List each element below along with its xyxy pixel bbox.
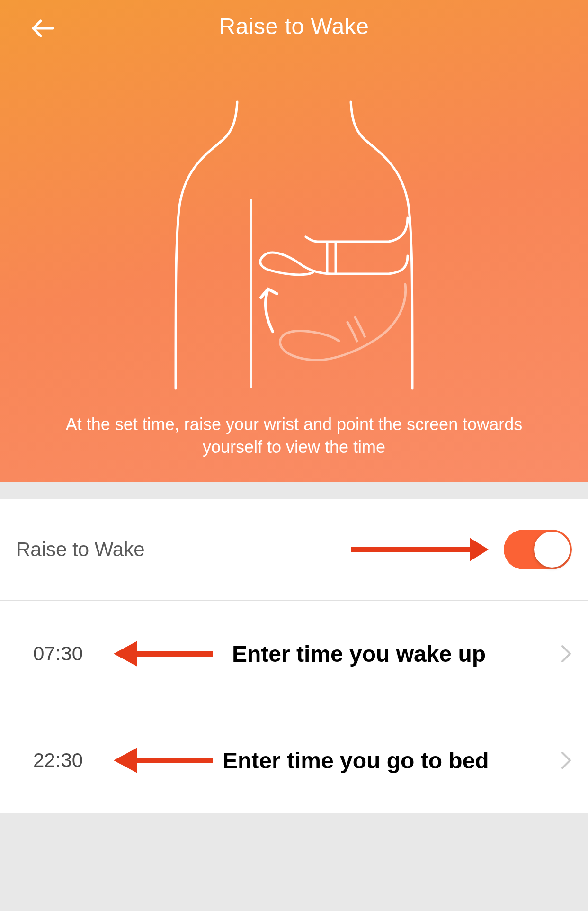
annotation-arrow-left-icon: [114, 637, 213, 670]
page-title: Raise to Wake: [0, 13, 588, 39]
header: Raise to Wake: [0, 0, 588, 52]
bed-time-label: Enter time you go to bed: [223, 748, 548, 774]
chevron-right-icon: [561, 644, 572, 663]
svg-marker-2: [470, 538, 489, 561]
illustration: [0, 85, 588, 393]
svg-marker-4: [114, 641, 137, 667]
annotation-arrow-right-icon: [351, 533, 489, 566]
wake-time-value: 07:30: [33, 642, 99, 665]
hero-description: At the set time, raise your wrist and po…: [0, 413, 588, 459]
section-gap: [0, 482, 588, 499]
raise-to-wake-toggle[interactable]: [504, 530, 572, 569]
wake-time-row[interactable]: 07:30 Enter time you wake up: [0, 601, 588, 707]
bed-time-value: 22:30: [33, 749, 99, 772]
settings-card: Raise to Wake: [0, 499, 588, 600]
raise-wrist-illustration-icon: [161, 85, 427, 393]
hero-banner: Raise to Wake At the set time, raise you…: [0, 0, 588, 482]
arrow-left-icon: [31, 19, 54, 38]
back-button[interactable]: [28, 14, 57, 43]
raise-to-wake-row: Raise to Wake: [0, 499, 588, 600]
wake-time-label: Enter time you wake up: [232, 641, 548, 667]
raise-to-wake-label: Raise to Wake: [16, 538, 145, 561]
svg-marker-6: [114, 748, 137, 773]
toggle-knob: [534, 532, 570, 568]
bed-time-row[interactable]: 22:30 Enter time you go to bed: [0, 707, 588, 813]
chevron-right-icon: [561, 751, 572, 770]
annotation-arrow-left-icon: [114, 744, 213, 777]
